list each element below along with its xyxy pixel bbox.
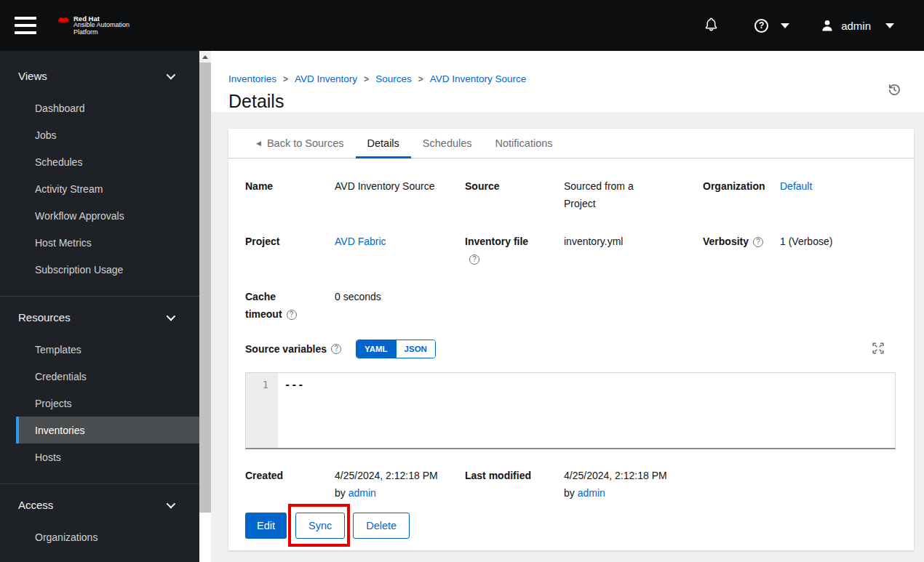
audit-grid: Created 4/25/2024, 2:12:18 PM by admin L… bbox=[245, 467, 896, 502]
details-card: ◀ Back to Sources Details Schedules Noti… bbox=[228, 129, 914, 550]
chevron-down-icon bbox=[167, 70, 176, 79]
chevron-right-icon: > bbox=[364, 74, 369, 84]
user-menu[interactable]: admin bbox=[820, 18, 894, 33]
masthead: Red Hat Ansible Automation Platform ? ad… bbox=[0, 0, 924, 51]
breadcrumb: Inventories > AVD Inventory > Sources > … bbox=[228, 73, 924, 84]
created-date: 4/25/2024, 2:12:18 PM bbox=[335, 467, 465, 484]
help-menu[interactable]: ? bbox=[754, 19, 789, 33]
user-icon bbox=[820, 18, 835, 33]
expand-icon[interactable] bbox=[872, 342, 884, 356]
name-value: AVD Inventory Source bbox=[335, 177, 465, 212]
tab-schedules[interactable]: Schedules bbox=[411, 129, 484, 158]
source-variables-row: Source variables ? YAML JSON bbox=[245, 340, 896, 358]
triangle-up-icon bbox=[202, 55, 208, 59]
tab-back-to-sources[interactable]: ◀ Back to Sources bbox=[244, 129, 356, 158]
source-variables-label: Source variables bbox=[245, 343, 327, 355]
breadcrumb-avd-inventory-source[interactable]: AVD Inventory Source bbox=[430, 73, 527, 84]
source-label: Source bbox=[465, 177, 564, 212]
help-circle-icon[interactable]: ? bbox=[287, 310, 297, 320]
caret-down-icon bbox=[885, 23, 894, 28]
breadcrumb-inventories[interactable]: Inventories bbox=[228, 73, 276, 84]
scrollbar-thumb[interactable] bbox=[199, 63, 211, 513]
format-toggle: YAML JSON bbox=[356, 340, 436, 358]
nav-section-header-resources[interactable]: Resources bbox=[0, 308, 199, 326]
last-modified-value: 4/25/2024, 2:12:18 PM by admin bbox=[564, 467, 896, 502]
sidebar-item-jobs[interactable]: Jobs bbox=[0, 121, 199, 148]
verbosity-value: 1 (Verbose) bbox=[780, 233, 896, 268]
page-title: Details bbox=[228, 91, 924, 112]
modified-by-user-link[interactable]: admin bbox=[578, 487, 605, 499]
verbosity-label: Verbosity? bbox=[703, 233, 780, 268]
nav-section-resources: Resources Templates Credentials Projects… bbox=[0, 296, 199, 483]
yaml-toggle-button[interactable]: YAML bbox=[357, 340, 396, 358]
nav-toggle-icon[interactable] bbox=[15, 17, 36, 34]
json-toggle-button[interactable]: JSON bbox=[396, 340, 435, 358]
sync-button[interactable]: Sync bbox=[295, 513, 345, 539]
user-name: admin bbox=[841, 20, 871, 32]
sidebar-scrollbar[interactable] bbox=[199, 51, 211, 562]
help-circle-icon[interactable]: ? bbox=[469, 254, 479, 265]
editor-line-number: 1 bbox=[246, 373, 278, 448]
organization-link[interactable]: Default bbox=[780, 180, 812, 192]
project-link[interactable]: AVD Fabric bbox=[335, 236, 386, 247]
chevron-right-icon: > bbox=[283, 74, 288, 84]
inventory-file-label: Inventory file? bbox=[465, 233, 538, 268]
modified-by-prefix: by bbox=[564, 487, 575, 499]
project-label: Project bbox=[245, 233, 335, 268]
sidebar-item-templates[interactable]: Templates bbox=[0, 336, 199, 363]
chevron-down-icon bbox=[167, 499, 176, 508]
sidebar-item-hosts[interactable]: Hosts bbox=[0, 443, 199, 470]
breadcrumb-sources[interactable]: Sources bbox=[375, 73, 412, 84]
breadcrumb-avd-inventory[interactable]: AVD Inventory bbox=[295, 73, 357, 84]
tabbar: ◀ Back to Sources Details Schedules Noti… bbox=[228, 129, 914, 158]
modified-date: 4/25/2024, 2:12:18 PM bbox=[564, 467, 896, 484]
masthead-tools: ? admin bbox=[704, 16, 924, 35]
sidebar-item-host-metrics[interactable]: Host Metrics bbox=[0, 229, 199, 256]
sidebar-item-subscription-usage[interactable]: Subscription Usage bbox=[0, 256, 199, 283]
editor-content: --- bbox=[278, 373, 304, 448]
sidebar-item-projects[interactable]: Projects bbox=[0, 390, 199, 417]
source-value: Sourced from a Project bbox=[564, 177, 645, 212]
sidebar-item-dashboard[interactable]: Dashboard bbox=[0, 95, 199, 121]
help-circle-icon[interactable]: ? bbox=[753, 237, 763, 247]
created-by-user-link[interactable]: admin bbox=[349, 487, 376, 499]
nav-section-views: Views Dashboard Jobs Schedules Activity … bbox=[0, 51, 199, 296]
brand-line3: Platform bbox=[73, 29, 130, 36]
notifications-bell-icon[interactable] bbox=[704, 16, 719, 35]
tab-details[interactable]: Details bbox=[356, 129, 411, 158]
inventory-file-value: inventory.yml bbox=[564, 233, 703, 268]
sidebar-item-organizations[interactable]: Organizations bbox=[0, 523, 199, 550]
chevron-right-icon: > bbox=[418, 74, 423, 84]
caret-down-icon bbox=[781, 23, 789, 28]
page-header: Inventories > AVD Inventory > Sources > … bbox=[211, 51, 924, 112]
nav-section-label: Resources bbox=[18, 311, 71, 324]
redhat-logo-icon bbox=[57, 15, 70, 25]
variables-code-editor[interactable]: 1 --- bbox=[245, 372, 896, 449]
brand-logo[interactable]: Red Hat Ansible Automation Platform bbox=[57, 15, 130, 36]
nav-section-access: Access Organizations bbox=[0, 483, 199, 562]
content-area: ◀ Back to Sources Details Schedules Noti… bbox=[211, 112, 924, 562]
sidebar-item-activity-stream[interactable]: Activity Stream bbox=[0, 175, 199, 202]
history-icon[interactable] bbox=[887, 82, 901, 100]
sidebar-item-credentials[interactable]: Credentials bbox=[0, 363, 199, 390]
created-value: 4/25/2024, 2:12:18 PM by admin bbox=[335, 467, 465, 502]
tab-notifications[interactable]: Notifications bbox=[484, 129, 565, 158]
delete-button[interactable]: Delete bbox=[353, 513, 410, 539]
nav-section-label: Views bbox=[18, 70, 47, 82]
brand-text: Red Hat Ansible Automation Platform bbox=[73, 15, 130, 36]
sidebar-item-workflow-approvals[interactable]: Workflow Approvals bbox=[0, 202, 199, 229]
cache-timeout-label: Cache timeout? bbox=[245, 288, 302, 323]
scroll-up-button[interactable] bbox=[199, 51, 211, 63]
help-icon[interactable]: ? bbox=[754, 19, 768, 33]
cache-timeout-value: 0 seconds bbox=[335, 288, 896, 323]
action-buttons: Edit Sync Delete bbox=[245, 513, 896, 539]
created-label: Created bbox=[245, 467, 335, 502]
help-circle-icon[interactable]: ? bbox=[331, 344, 341, 354]
created-by-prefix: by bbox=[335, 487, 346, 499]
edit-button[interactable]: Edit bbox=[245, 513, 287, 539]
nav-section-header-access[interactable]: Access bbox=[0, 496, 199, 513]
nav-section-header-views[interactable]: Views bbox=[0, 67, 199, 84]
sidebar-item-schedules[interactable]: Schedules bbox=[0, 148, 199, 175]
sidebar-item-inventories[interactable]: Inventories bbox=[16, 417, 199, 443]
name-label: Name bbox=[245, 177, 335, 212]
